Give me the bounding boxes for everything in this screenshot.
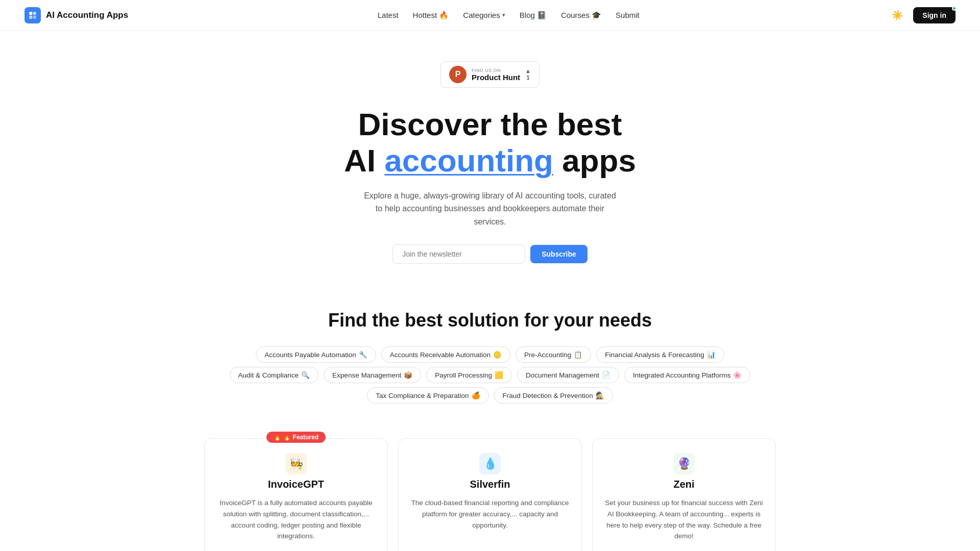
theme-toggle[interactable]: ☀️	[889, 7, 906, 24]
invoicegpt-desc: InvoiceGPT is a fully automated accounts…	[217, 497, 375, 541]
tags-row-2: Audit & Compliance 🔍 Expense Management …	[24, 367, 955, 383]
svg-rect-2	[29, 15, 32, 18]
tag-financial-analysis[interactable]: Financial Analysis & Forecasting 📊	[596, 346, 724, 363]
tag-expense-management[interactable]: Expense Management 📦	[324, 367, 421, 383]
featured-badge: 🔥 🔥 Featured	[266, 432, 326, 443]
tag-payroll-processing[interactable]: Payroll Processing 🟨	[426, 367, 512, 383]
tag-audit-compliance[interactable]: Audit & Compliance 🔍	[230, 367, 319, 383]
tag-tax-compliance[interactable]: Tax Compliance & Preparation 🍊	[367, 387, 488, 404]
ph-vote: ▲ 1	[525, 68, 531, 81]
silverfin-icon: 💧	[479, 453, 501, 474]
cards-section: 🔥 🔥 Featured 🧑‍🍳 InvoiceGPT InvoiceGPT i…	[0, 423, 980, 551]
zeni-title: Zeni	[673, 479, 694, 490]
logo-icon	[24, 7, 41, 23]
ph-find-text: FIND US ON	[472, 68, 501, 73]
nav-submit[interactable]: Submit	[616, 11, 640, 19]
silverfin-title: Silverfin	[470, 479, 510, 490]
tag-pre-accounting[interactable]: Pre-Accounting 📋	[516, 346, 591, 363]
upvote-arrow: ▲	[525, 68, 531, 74]
subscribe-button[interactable]: Subscribe	[530, 245, 587, 263]
nav-courses[interactable]: Courses 🎓	[561, 11, 601, 20]
card-invoicegpt: 🔥 🔥 Featured 🧑‍🍳 InvoiceGPT InvoiceGPT i…	[204, 438, 388, 551]
nav-blog[interactable]: Blog 📓	[520, 11, 547, 20]
newsletter-form: Subscribe	[24, 244, 955, 264]
ph-name-text: Product Hunt	[472, 73, 520, 82]
zeni-icon: 🔮	[673, 453, 695, 474]
nav-links: Latest Hottest 🔥 Categories ▾ Blog 📓 Cou…	[378, 11, 640, 20]
invoicegpt-title: InvoiceGPT	[268, 479, 324, 490]
product-hunt-icon: P	[449, 66, 467, 83]
signin-button[interactable]: Sign in	[913, 7, 955, 23]
svg-rect-1	[33, 12, 36, 15]
zeni-desc: Set your business up for financial succe…	[605, 497, 763, 541]
categories-section: Find the best solution for your needs Ac…	[0, 279, 980, 423]
nav-latest[interactable]: Latest	[378, 11, 399, 19]
nav-categories[interactable]: Categories ▾	[463, 11, 505, 19]
newsletter-input[interactable]	[393, 244, 525, 264]
tags-row-3: Tax Compliance & Preparation 🍊 Fraud Det…	[24, 387, 955, 404]
tag-accounts-payable[interactable]: Accounts Payable Automation 🔧	[256, 346, 376, 363]
svg-rect-3	[33, 15, 36, 18]
nav-hottest[interactable]: Hottest 🔥	[413, 11, 449, 20]
tag-fraud-detection[interactable]: Fraud Detection & Prevention 🕵️	[494, 387, 613, 404]
categories-heading: Find the best solution for your needs	[24, 310, 955, 331]
hero-subtext: Explore a huge, always-growing library o…	[362, 189, 618, 229]
logo-text: AI Accounting Apps	[46, 10, 128, 20]
svg-rect-0	[29, 12, 32, 15]
card-silverfin: 💧 Silverfin The cloud-based financial re…	[398, 438, 582, 551]
hero-headline: Discover the best AI accounting apps	[24, 106, 955, 179]
tag-document-management[interactable]: Document Management 📄	[517, 367, 619, 383]
hero-section: P FIND US ON Product Hunt ▲ 1 Discover t…	[0, 31, 980, 279]
tag-integrated-platforms[interactable]: Integrated Accounting Platforms 🌸	[624, 367, 750, 383]
ph-vote-count: 1	[526, 74, 529, 81]
product-hunt-badge[interactable]: P FIND US ON Product Hunt ▲ 1	[440, 61, 540, 88]
nav-right: ☀️ Sign in	[889, 7, 955, 24]
tags-row-1: Accounts Payable Automation 🔧 Accounts R…	[24, 346, 955, 363]
invoicegpt-icon: 🧑‍🍳	[285, 453, 307, 474]
logo[interactable]: AI Accounting Apps	[24, 7, 128, 23]
online-indicator	[952, 6, 957, 11]
chevron-down-icon: ▾	[502, 12, 505, 18]
navbar: AI Accounting Apps Latest Hottest 🔥 Cate…	[0, 0, 980, 31]
sun-icon: ☀️	[892, 10, 903, 21]
card-zeni: 🔮 Zeni Set your business up for financia…	[592, 438, 776, 551]
silverfin-desc: The cloud-based financial reporting and …	[411, 497, 569, 531]
tag-accounts-receivable[interactable]: Accounts Receivable Automation 🪙	[381, 346, 510, 363]
